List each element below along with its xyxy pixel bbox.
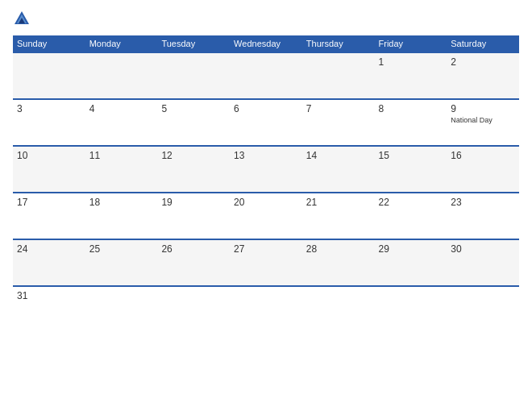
- calendar-day-cell: 21: [302, 193, 375, 239]
- day-number: 10: [17, 150, 81, 161]
- day-number: 6: [234, 103, 298, 114]
- calendar-day-cell: 8: [375, 99, 447, 146]
- day-number: 20: [234, 197, 298, 208]
- calendar-day-cell: [302, 52, 375, 99]
- calendar-day-cell: 15: [375, 146, 447, 193]
- calendar-day-cell: [375, 286, 447, 320]
- weekday-header-friday: Friday: [375, 35, 447, 52]
- calendar-week-row: 31: [13, 286, 519, 320]
- day-number: 16: [451, 150, 515, 161]
- day-number: 5: [161, 103, 226, 114]
- calendar-day-cell: 30: [447, 239, 519, 286]
- day-number: 24: [17, 243, 81, 255]
- calendar-day-cell: 13: [230, 146, 302, 193]
- day-number: 12: [161, 150, 226, 161]
- calendar-day-cell: 4: [85, 99, 158, 146]
- calendar-day-cell: 11: [85, 146, 158, 193]
- calendar-day-cell: 1: [375, 52, 447, 99]
- day-number: 29: [379, 243, 443, 255]
- weekday-header-monday: Monday: [85, 35, 158, 52]
- day-number: 9: [451, 103, 515, 114]
- calendar-day-cell: [230, 52, 302, 99]
- day-number: 2: [451, 56, 515, 68]
- weekday-header-saturday: Saturday: [447, 35, 519, 52]
- calendar-day-cell: 10: [13, 146, 85, 193]
- calendar-day-cell: [13, 52, 85, 99]
- header: [13, 10, 519, 27]
- day-number: 4: [89, 103, 154, 114]
- day-number: 28: [306, 243, 371, 255]
- calendar-day-cell: [85, 286, 158, 320]
- weekday-header-row: SundayMondayTuesdayWednesdayThursdayFrid…: [13, 35, 519, 52]
- day-number: 27: [234, 243, 298, 255]
- day-number: 13: [234, 150, 298, 161]
- calendar-day-cell: 7: [302, 99, 375, 146]
- calendar-day-cell: [302, 286, 375, 320]
- calendar-day-cell: 6: [230, 99, 302, 146]
- day-number: 11: [89, 150, 154, 161]
- day-number: 7: [306, 103, 371, 114]
- calendar-day-cell: 5: [157, 99, 230, 146]
- day-number: 22: [379, 197, 443, 208]
- calendar-table: SundayMondayTuesdayWednesdayThursdayFrid…: [13, 35, 519, 320]
- calendar-day-cell: 9National Day: [447, 99, 519, 146]
- calendar-day-cell: 16: [447, 146, 519, 193]
- calendar-day-cell: 25: [85, 239, 158, 286]
- day-number: 17: [17, 197, 81, 208]
- calendar-week-row: 3456789National Day: [13, 99, 519, 146]
- calendar-week-row: 17181920212223: [13, 193, 519, 239]
- calendar-day-cell: 26: [157, 239, 230, 286]
- day-number: 3: [17, 103, 81, 114]
- calendar-day-cell: 23: [447, 193, 519, 239]
- calendar-day-cell: 22: [375, 193, 447, 239]
- day-number: 30: [451, 243, 515, 255]
- weekday-header-wednesday: Wednesday: [230, 35, 302, 52]
- calendar-day-cell: [230, 286, 302, 320]
- day-number: 19: [161, 197, 226, 208]
- calendar-day-cell: 28: [302, 239, 375, 286]
- calendar-day-cell: 31: [13, 286, 85, 320]
- calendar-day-cell: 29: [375, 239, 447, 286]
- calendar-page: SundayMondayTuesdayWednesdayThursdayFrid…: [0, 0, 532, 411]
- day-number: 23: [451, 197, 515, 208]
- calendar-day-cell: 19: [157, 193, 230, 239]
- calendar-day-cell: 27: [230, 239, 302, 286]
- calendar-day-cell: 2: [447, 52, 519, 99]
- day-number: 26: [161, 243, 226, 255]
- day-number: 25: [89, 243, 154, 255]
- calendar-day-cell: [447, 286, 519, 320]
- calendar-week-row: 10111213141516: [13, 146, 519, 193]
- day-number: 14: [306, 150, 371, 161]
- calendar-day-cell: 3: [13, 99, 85, 146]
- weekday-header-tuesday: Tuesday: [157, 35, 230, 52]
- holiday-label: National Day: [451, 116, 515, 125]
- calendar-day-cell: 12: [157, 146, 230, 193]
- day-number: 1: [379, 56, 443, 68]
- calendar-day-cell: [157, 52, 230, 99]
- logo: [13, 10, 37, 27]
- weekday-header-sunday: Sunday: [13, 35, 85, 52]
- day-number: 15: [379, 150, 443, 161]
- day-number: 18: [89, 197, 154, 208]
- calendar-day-cell: 24: [13, 239, 85, 286]
- calendar-day-cell: [85, 52, 158, 99]
- day-number: 21: [306, 197, 371, 208]
- day-number: 8: [379, 103, 443, 114]
- day-number: 31: [17, 290, 81, 301]
- logo-icon: [13, 10, 31, 27]
- calendar-day-cell: 20: [230, 193, 302, 239]
- calendar-day-cell: 14: [302, 146, 375, 193]
- calendar-day-cell: 18: [85, 193, 158, 239]
- calendar-day-cell: 17: [13, 193, 85, 239]
- weekday-header-thursday: Thursday: [302, 35, 375, 52]
- calendar-week-row: 24252627282930: [13, 239, 519, 286]
- calendar-day-cell: [157, 286, 230, 320]
- calendar-week-row: 12: [13, 52, 519, 99]
